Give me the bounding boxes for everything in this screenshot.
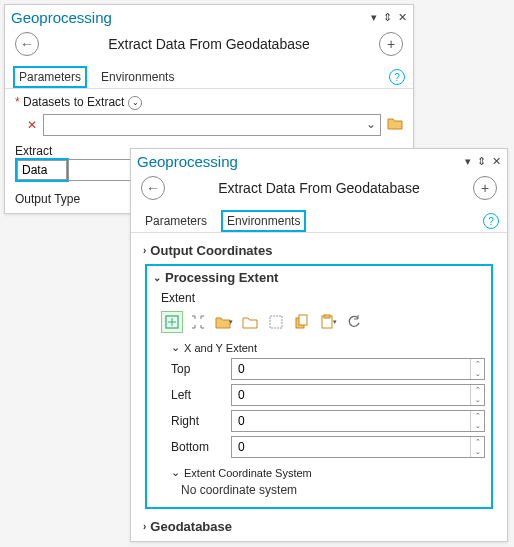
extent-label: Extent: [161, 291, 485, 305]
tabs: Parameters Environments ?: [5, 66, 413, 89]
required-icon: *: [15, 95, 20, 109]
titlebar: Geoprocessing ▾ ⇕ ✕: [131, 149, 507, 172]
bottom-input[interactable]: ⌃⌄: [231, 436, 485, 458]
tool-title: Extract Data From Geodatabase: [47, 36, 371, 52]
xy-extent-header[interactable]: ⌄X and Y Extent: [171, 341, 485, 354]
section-output-coords[interactable]: ›Output Coordinates: [141, 239, 497, 262]
section-geodatabase[interactable]: ›Geodatabase: [141, 515, 497, 538]
environments-body: ›Output Coordinates ⌄Processing Extent E…: [131, 233, 507, 544]
spin-down-icon[interactable]: ⌄: [471, 369, 484, 379]
pin-icon[interactable]: ⇕: [477, 155, 486, 168]
dropdown-icon[interactable]: ▾: [465, 155, 471, 168]
extent-toolbar: ▾ ▾: [161, 311, 485, 333]
spin-down-icon[interactable]: ⌄: [471, 421, 484, 431]
chevron-right-icon: ›: [143, 521, 146, 532]
left-label: Left: [171, 388, 221, 402]
help-icon[interactable]: ?: [389, 69, 405, 85]
coord-row-right: Right ⌃⌄: [171, 410, 485, 432]
svg-rect-1: [270, 316, 282, 328]
coord-row-left: Left ⌃⌄: [171, 384, 485, 406]
tab-environments[interactable]: Environments: [95, 66, 180, 88]
browse-button[interactable]: [387, 116, 403, 133]
bottom-label: Bottom: [171, 440, 221, 454]
pane-title: Geoprocessing: [137, 153, 465, 170]
remove-icon[interactable]: ✕: [27, 118, 37, 132]
extract-input[interactable]: [17, 160, 67, 180]
spin-up-icon[interactable]: ⌃: [471, 359, 484, 369]
dropdown-icon[interactable]: ▾: [371, 11, 377, 24]
window-controls: ▾ ⇕ ✕: [371, 11, 407, 24]
geoprocessing-pane-front: Geoprocessing ▾ ⇕ ✕ ← Extract Data From …: [130, 148, 508, 542]
extent-paste-icon[interactable]: ▾: [317, 311, 339, 333]
svg-rect-3: [299, 315, 307, 325]
spin-up-icon[interactable]: ⌃: [471, 411, 484, 421]
svg-rect-5: [324, 315, 330, 318]
extract-highlight: [15, 158, 69, 182]
datasets-row: ✕: [27, 114, 403, 136]
top-input[interactable]: ⌃⌄: [231, 358, 485, 380]
processing-extent-group: ⌄Processing Extent Extent ▾ ▾ ⌄X and Y E…: [145, 264, 493, 509]
extent-copy-icon[interactable]: [291, 311, 313, 333]
window-controls: ▾ ⇕ ✕: [465, 155, 501, 168]
extent-browse-icon[interactable]: [239, 311, 261, 333]
extent-default-icon[interactable]: [161, 311, 183, 333]
coord-row-top: Top ⌃⌄: [171, 358, 485, 380]
extent-folder-icon[interactable]: ▾: [213, 311, 235, 333]
titlebar: Geoprocessing ▾ ⇕ ✕: [5, 5, 413, 28]
coord-system-header[interactable]: ⌄Extent Coordinate System: [171, 466, 485, 479]
spin-up-icon[interactable]: ⌃: [471, 385, 484, 395]
extent-select-icon[interactable]: [265, 311, 287, 333]
left-input[interactable]: ⌃⌄: [231, 384, 485, 406]
chevron-down-icon: ⌄: [153, 272, 161, 283]
tab-environments[interactable]: Environments: [221, 210, 306, 232]
spin-up-icon[interactable]: ⌃: [471, 437, 484, 447]
chevron-down-icon[interactable]: ⌄: [128, 96, 142, 110]
add-button[interactable]: +: [473, 176, 497, 200]
tabs: Parameters Environments ?: [131, 210, 507, 233]
chevron-down-icon: ⌄: [171, 466, 180, 479]
chevron-down-icon: ⌄: [171, 341, 180, 354]
right-input[interactable]: ⌃⌄: [231, 410, 485, 432]
coord-row-bottom: Bottom ⌃⌄: [171, 436, 485, 458]
top-label: Top: [171, 362, 221, 376]
extent-layer-icon[interactable]: [187, 311, 209, 333]
section-processing-extent[interactable]: ⌄Processing Extent: [153, 270, 485, 287]
help-icon[interactable]: ?: [483, 213, 499, 229]
back-button[interactable]: ←: [141, 176, 165, 200]
spin-down-icon[interactable]: ⌄: [471, 447, 484, 457]
chevron-right-icon: ›: [143, 245, 146, 256]
tab-parameters[interactable]: Parameters: [139, 210, 213, 232]
datasets-combo[interactable]: [43, 114, 381, 136]
back-button[interactable]: ←: [15, 32, 39, 56]
add-button[interactable]: +: [379, 32, 403, 56]
close-icon[interactable]: ✕: [492, 155, 501, 168]
datasets-label: * Datasets to Extract⌄: [15, 95, 403, 110]
tool-title: Extract Data From Geodatabase: [173, 180, 465, 196]
coord-system-value: No coordinate system: [181, 483, 485, 497]
pane-title: Geoprocessing: [11, 9, 371, 26]
tab-parameters[interactable]: Parameters: [13, 66, 87, 88]
pin-icon[interactable]: ⇕: [383, 11, 392, 24]
right-label: Right: [171, 414, 221, 428]
close-icon[interactable]: ✕: [398, 11, 407, 24]
extent-reset-icon[interactable]: [343, 311, 365, 333]
spin-down-icon[interactable]: ⌄: [471, 395, 484, 405]
tool-header: ← Extract Data From Geodatabase +: [131, 172, 507, 210]
tool-header: ← Extract Data From Geodatabase +: [5, 28, 413, 66]
